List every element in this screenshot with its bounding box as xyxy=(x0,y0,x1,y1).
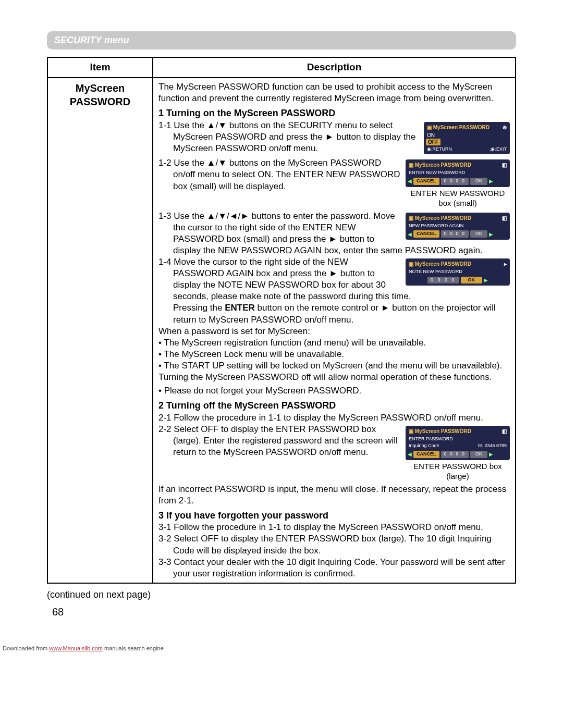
osd-inq-code: 01 2345 6789 xyxy=(478,443,507,449)
page-number: 68 xyxy=(52,605,516,619)
col-desc-header: Description xyxy=(153,57,516,78)
osd-code: 0 0 0 0 xyxy=(427,277,459,284)
description-cell: The MyScreen PASSWORD function can be us… xyxy=(153,78,516,583)
item-cell: MyScreen PASSWORD xyxy=(47,78,153,583)
osd-ok-btn: OK xyxy=(461,277,483,284)
left-arrow-icon: ◀ xyxy=(408,178,412,184)
osd-ok: OK xyxy=(470,451,487,458)
item-name-l2: PASSWORD xyxy=(53,95,147,108)
when-set: When a password is set for MyScreen: xyxy=(158,326,510,337)
security-menu-banner: SECURITY menu xyxy=(47,31,516,50)
osd-cancel: CANCEL xyxy=(413,230,439,238)
osd-caption-small: ENTER NEW PASSWORD box (small) xyxy=(406,188,510,208)
when-forget: • Please do not forget your MyScreen PAS… xyxy=(158,385,510,397)
osd-title-text: ▣ MyScreen PASSWORD xyxy=(409,162,471,168)
left-arrow-icon: ◀ xyxy=(408,231,412,238)
osd-code: 0 0 0 0 xyxy=(441,230,469,238)
left-arrow-icon: ◀ xyxy=(408,451,412,458)
osd-off-selected: OFF xyxy=(426,139,440,145)
osd-title-text: ▣ MyScreen PASSWORD xyxy=(427,124,489,131)
sec3-1: 3-1 Follow the procedure in 1-1 to displ… xyxy=(158,522,510,533)
osd-onoff: ▣ MyScreen PASSWORD ⊗ ON OFF ◉:RETURN ,◉… xyxy=(424,122,510,155)
osd-sub-again: NEW PASSWORD AGAIN xyxy=(408,223,508,230)
right-arrow-icon: ▶ xyxy=(489,178,493,184)
osd-exit: ,◉:EXIT xyxy=(489,146,507,153)
osd-return: ◉:RETURN xyxy=(427,146,452,153)
nav-icon: ◧ xyxy=(502,162,507,168)
sec1-4b: Pressing the ENTER button on the remote … xyxy=(158,302,510,325)
osd-code: 0 0 0 0 xyxy=(441,451,469,458)
osd-title-text: ▣ MyScreen PASSWORD xyxy=(409,428,471,435)
close-icon: ⊗ xyxy=(503,124,507,131)
sec2-wrong: If an incorrect PASSWORD is input, the m… xyxy=(158,484,510,507)
col-item-header: Item xyxy=(47,57,153,78)
right-arrow-icon: ▶ xyxy=(484,277,488,283)
osd-enter-large: ▣ MyScreen PASSWORD ◧ ENTER PASSWORD Inq… xyxy=(406,426,510,460)
osd-caption-large: ENTER PASSWORD box (large) xyxy=(406,461,510,482)
osd-ok: OK xyxy=(470,230,487,238)
osd-inq-label: Inquiring Code xyxy=(409,443,439,449)
osd-note: ▣ MyScreen PASSWORD ▸ NOTE NEW PASSWORD … xyxy=(406,258,510,286)
right-arrow-icon: ▶ xyxy=(489,231,493,238)
osd-sub-note: NOTE NEW PASSWORD xyxy=(408,268,508,276)
osd-title-text: ▣ MyScreen PASSWORD xyxy=(409,261,471,267)
osd-cancel: CANCEL xyxy=(413,451,439,458)
osd-sub-enter-new: ENTER NEW PASSWORD xyxy=(408,169,508,177)
osd-again: ▣ MyScreen PASSWORD ◧ NEW PASSWORD AGAIN… xyxy=(406,213,510,240)
nav-icon: ▸ xyxy=(504,261,507,267)
when-b1: • The MyScreen registration function (an… xyxy=(158,337,510,349)
nav-icon: ◧ xyxy=(502,428,507,435)
osd-sub-enter: ENTER PASSWORD xyxy=(408,436,508,443)
continued-note: (continued on next page) xyxy=(47,589,516,601)
manualslib-link[interactable]: www.Manualslib.com xyxy=(49,645,103,651)
osd-code: 0 0 0 0 xyxy=(441,178,469,185)
osd-on: ON xyxy=(426,132,508,139)
osd-title-text: ▣ MyScreen PASSWORD xyxy=(409,215,471,221)
sec3-2: 3-2 Select OFF to display the ENTER PASS… xyxy=(158,533,510,556)
when-b2: • The MyScreen Lock menu will be unavail… xyxy=(158,349,510,360)
item-name-l1: MyScreen xyxy=(53,81,147,95)
when-off: Turning the MyScreen PASSWORD off will a… xyxy=(158,372,510,383)
security-table: Item Description MyScreen PASSWORD The M… xyxy=(47,57,516,583)
osd-ok: OK xyxy=(470,178,487,185)
sec3-3: 3-3 Contact your dealer with the 10 digi… xyxy=(158,557,510,579)
osd-cancel: CANCEL xyxy=(413,178,439,185)
nav-icon: ◧ xyxy=(502,215,507,221)
sec3-heading: 3 If you have forgotten your password xyxy=(158,510,510,522)
when-b3: • The START UP setting will be locked on… xyxy=(158,360,510,372)
sec1-heading: 1 Turning on the MyScreen PASSWORD xyxy=(158,107,510,119)
osd-enter-new: ▣ MyScreen PASSWORD ◧ ENTER NEW PASSWORD… xyxy=(406,159,510,187)
sec2-heading: 2 Turning off the MyScreen PASSWORD xyxy=(158,400,510,412)
right-arrow-icon: ▶ xyxy=(489,451,493,458)
footer: Downloaded from www.Manualslib.com manua… xyxy=(0,645,563,652)
intro-text: The MyScreen PASSWORD function can be us… xyxy=(158,81,510,104)
sec2-1: 2-1 Follow the procedure in 1-1 to displ… xyxy=(158,412,510,424)
